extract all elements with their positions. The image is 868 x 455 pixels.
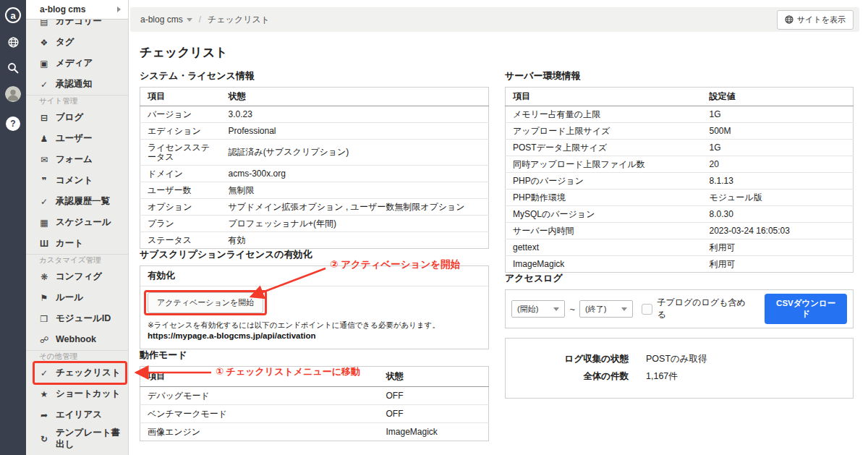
range-tilde: ~	[569, 304, 575, 315]
system-license-table: 項目 状態 バージョン3.0.23エディションProfessionalライセンス…	[140, 87, 489, 249]
search-icon[interactable]	[7, 61, 20, 75]
column-header: 設定値	[702, 88, 854, 106]
table-row: PHPのバージョン8.1.13	[506, 173, 854, 190]
globe-icon	[785, 15, 793, 24]
sidebar-item-media[interactable]: ▣メディア	[26, 53, 128, 74]
table-row: ドメインacms-300x.org	[140, 166, 489, 182]
table-row: ImageMagick利用可	[506, 256, 854, 273]
access-log-filter: (開始) ~ (終了) 子ブログのログも含める CSVダウンロード	[505, 289, 854, 328]
sidebar-section-site-admin: サイト管理	[26, 95, 128, 107]
app-title-label: a-blog cms	[40, 4, 85, 14]
check-icon: ✓	[39, 368, 49, 378]
left-column: システム・ライセンス情報 項目 状態 バージョン3.0.23エディションProf…	[140, 70, 489, 441]
avatar[interactable]	[5, 86, 21, 102]
module-icon: ❒	[39, 314, 49, 324]
sidebar-item-template-export[interactable]: ↻テンプレート書出し	[26, 425, 128, 452]
activation-box: 有効化 アクティベーションを開始 ※ライセンスを有効化するには以下のエンドポイン…	[140, 265, 489, 349]
sidebar-item-approval-history[interactable]: ✓承認履歴一覧	[26, 191, 128, 212]
table-row: ベンチマークモードOFF	[140, 405, 489, 423]
cart-icon: Ш	[39, 239, 49, 249]
sidebar-item-blog[interactable]: ⊟ブログ	[26, 107, 128, 128]
chevron-down-icon[interactable]	[187, 18, 192, 22]
server-env-table: 項目 設定値 メモリー占有量の上限1Gアップロード上限サイズ500MPOSTデー…	[505, 87, 854, 273]
sidebar-item-alias[interactable]: ➦エイリアス	[26, 404, 128, 425]
page-title: チェックリスト	[140, 46, 868, 60]
table-row: バージョン3.0.23	[140, 106, 489, 123]
start-activation-button[interactable]: アクティベーションを開始	[148, 292, 263, 313]
section-title-system-license: システム・ライセンス情報	[140, 70, 489, 82]
view-site-button[interactable]: サイトを表示	[777, 10, 854, 30]
activation-box-header: 有効化	[140, 266, 488, 286]
table-row: gettext利用可	[506, 239, 854, 256]
main-content: a-blog cms / チェックリスト サイトを表示 チェックリスト システム…	[129, 0, 868, 455]
column-header: 項目	[140, 88, 221, 106]
check-icon: ✓	[39, 197, 49, 207]
access-log-stats: ログ収集の状態 POSTのみ取得 全体の件数 1,167件	[505, 338, 854, 399]
sidebar-item-checklist[interactable]: ✓チェックリスト	[26, 362, 128, 383]
table-row: メモリー占有量の上限1G	[506, 106, 854, 123]
rule-icon: ⚑	[39, 293, 49, 303]
submenu-arrow-icon	[117, 7, 121, 12]
sidebar-item-approval-notice[interactable]: ✓承認通知	[26, 74, 128, 95]
media-icon: ▣	[39, 59, 49, 69]
a-blog-cms-logo-icon[interactable]: a	[5, 7, 21, 23]
section-title-server-env: サーバー環境情報	[505, 70, 854, 82]
breadcrumb-root[interactable]: a-blog cms	[140, 14, 183, 25]
check-icon: ✓	[39, 80, 49, 90]
table-row: PHP動作環境モジュール版	[506, 190, 854, 206]
column-header: 状態	[221, 88, 489, 106]
table-row: アップロード上限サイズ500M	[506, 123, 854, 140]
section-title-operation-mode: 動作モード	[140, 349, 489, 361]
calendar-icon: ▦	[39, 218, 49, 228]
alias-icon: ➦	[39, 410, 49, 420]
column-header: 項目	[140, 367, 379, 387]
sidebar-item-user[interactable]: ♟ユーザー	[26, 128, 128, 149]
table-row: プランプロフェッショナル+(年間)	[140, 216, 489, 232]
sidebar-item-config[interactable]: ❋コンフィグ	[26, 266, 128, 287]
sidebar-app-title[interactable]: a-blog cms	[26, 0, 128, 20]
table-row: オプションサブドメイン拡張オプション , ユーザー数無制限オプション	[140, 199, 489, 216]
sidebar-item-tag[interactable]: ❖タグ	[26, 32, 128, 53]
star-icon: ★	[39, 389, 49, 399]
table-row: デバッグモードOFF	[140, 387, 489, 405]
sidebar-section-customize-admin: カスタマイズ管理	[26, 254, 128, 266]
include-child-blogs-checkbox[interactable]	[642, 304, 652, 315]
chevron-down-icon	[621, 307, 627, 311]
csv-download-button[interactable]: CSVダウンロード	[765, 294, 847, 324]
gear-icon: ❋	[39, 272, 49, 282]
stat-row: 全体の件数 1,167件	[506, 370, 853, 383]
table-row: 画像エンジンImageMagick	[140, 423, 489, 441]
table-row: ユーザー数無制限	[140, 182, 489, 199]
blog-icon: ⊟	[39, 113, 49, 123]
sidebar-item-form[interactable]: ✉フォーム	[26, 149, 128, 170]
sidebar-item-webhook[interactable]: ☍Webhook	[26, 329, 128, 350]
sidebar-section-other-admin: その他管理	[26, 350, 128, 362]
icon-rail: a ?	[0, 0, 26, 455]
end-date-select[interactable]: (終了)	[579, 300, 633, 318]
globe-icon[interactable]	[7, 36, 20, 48]
sidebar-item-schedule[interactable]: ▦スケジュール	[26, 212, 128, 233]
table-row: POSTデータ上限サイズ1G	[506, 140, 854, 156]
view-site-label: サイトを表示	[797, 14, 846, 25]
sidebar-item-rule[interactable]: ⚑ルール	[26, 287, 128, 308]
sidebar: a-blog cms ▤カテゴリー ❖タグ ▣メディア ✓承認通知 サイト管理 …	[26, 0, 129, 455]
webhook-icon: ☍	[39, 335, 49, 345]
activation-endpoint: https://mypage.a-blogcms.jp/api/activati…	[148, 331, 481, 341]
export-icon: ↻	[39, 434, 49, 444]
start-date-select[interactable]: (開始)	[511, 300, 565, 318]
table-row: ライセンスステータス認証済み(サブスクリプション)	[140, 140, 489, 166]
include-child-blogs-label[interactable]: 子ブログのログも含める	[657, 297, 752, 321]
help-icon[interactable]: ?	[6, 116, 20, 131]
table-row: サーバー内時間2023-03-24 16:05:03	[506, 223, 854, 239]
sidebar-item-comment[interactable]: ❞コメント	[26, 170, 128, 191]
operation-mode-table: 項目 状態 デバッグモードOFFベンチマークモードOFF画像エンジンImageM…	[140, 366, 489, 441]
breadcrumb-separator: /	[199, 14, 201, 25]
breadcrumb-current: チェックリスト	[208, 14, 270, 26]
sidebar-item-module-id[interactable]: ❒モジュールID	[26, 308, 128, 329]
sidebar-item-shortcut[interactable]: ★ショートカット	[26, 383, 128, 404]
form-icon: ✉	[39, 155, 49, 165]
tag-icon: ❖	[39, 38, 49, 48]
sidebar-item-cart[interactable]: Шカート	[26, 233, 128, 254]
activation-note: ※ライセンスを有効化するには以下のエンドポイントに通信できる必要があります。	[148, 320, 481, 331]
table-row: MySQLのバージョン8.0.30	[506, 206, 854, 223]
